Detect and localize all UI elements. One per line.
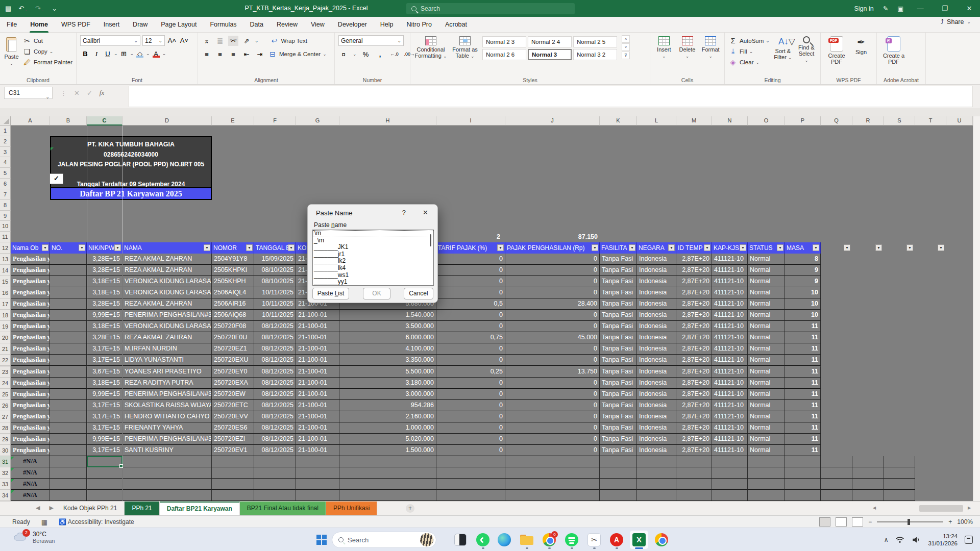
empty-cell-M31[interactable] xyxy=(676,456,712,467)
no-cell-r23[interactable] xyxy=(50,366,87,378)
na-cell-A31[interactable]: #N/A xyxy=(11,456,50,467)
nama-cell-r18[interactable]: PENERIMA PENGHASILAN#3 xyxy=(122,310,212,321)
tanggal-cell-r30[interactable]: 08/12/2025 xyxy=(254,445,296,456)
negara-cell-r27[interactable]: Indonesia xyxy=(637,411,676,422)
start-button[interactable] xyxy=(312,531,331,549)
name-list-item[interactable]: _______yy1 xyxy=(313,279,433,286)
masa-cell-r27[interactable]: 11 xyxy=(785,411,821,422)
id-tempat-cell-r15[interactable]: 2,87E+20 xyxy=(676,276,712,287)
filter-dropdown-icon[interactable]: ▼ xyxy=(740,244,746,251)
nomor-cell-r28[interactable]: 250720ES6 xyxy=(212,422,254,434)
kode-cell-r28[interactable]: 21-100-01 xyxy=(296,422,339,434)
tray-chevron-icon[interactable]: ∧ xyxy=(884,536,889,543)
negara-cell-r22[interactable]: Indonesia xyxy=(637,355,676,366)
name-list-item[interactable]: _______JK1 xyxy=(313,244,433,251)
kap-kjs-cell-r24[interactable]: 411121-10 xyxy=(712,378,748,389)
pajak-cell-r22[interactable]: 0 xyxy=(505,355,600,366)
row-header-1[interactable]: 1 xyxy=(0,126,11,136)
row-header-13[interactable]: 13 xyxy=(0,254,11,265)
empty-cell-B33[interactable] xyxy=(50,479,87,490)
ribbon-tab-help[interactable]: Help xyxy=(374,17,400,33)
tarif-cell-r20[interactable]: 0,75 xyxy=(436,332,505,343)
close-button[interactable]: ✕ xyxy=(962,5,977,12)
insert-cells-button[interactable]: Insert⌄ xyxy=(654,35,674,59)
kap-kjs-cell-r17[interactable]: 411121-10 xyxy=(712,298,748,310)
increase-indent-icon[interactable]: ⇥ xyxy=(255,49,265,59)
objek-cell-r13[interactable]: Penghasilan yang diter xyxy=(11,254,50,265)
zoom-in-icon[interactable]: + xyxy=(948,518,952,525)
listbox-scrollbar[interactable] xyxy=(430,234,431,246)
sheet-tab-bp21-final-atau-tidak-final[interactable]: BP21 Final Atau tidak final xyxy=(240,502,326,516)
masa-cell-r15[interactable]: 9 xyxy=(785,276,821,287)
nik-cell-r24[interactable]: 3,18E+15 xyxy=(87,378,122,389)
name-list-item[interactable]: _______lk4 xyxy=(313,265,433,272)
fasilitas-cell-r23[interactable]: Tanpa Fasi xyxy=(600,366,637,378)
number-format-combo[interactable]: General⌄ xyxy=(338,35,404,46)
pajak-cell-r24[interactable]: 0 xyxy=(505,378,600,389)
kap-kjs-cell-r15[interactable]: 411121-10 xyxy=(712,276,748,287)
empty-cell-S33[interactable] xyxy=(884,479,915,490)
fasilitas-cell-r19[interactable]: Tanpa Fasi xyxy=(600,321,637,332)
empty-cell-C33[interactable] xyxy=(87,479,122,490)
empty-cell-I33[interactable] xyxy=(436,479,505,490)
pajak-cell-r14[interactable]: 0 xyxy=(505,265,600,276)
status-cell-r30[interactable]: Normal xyxy=(748,445,785,456)
id-tempat-cell-r25[interactable]: 2,87E+20 xyxy=(676,389,712,400)
empty-cell-M33[interactable] xyxy=(676,479,712,490)
no-cell-r26[interactable] xyxy=(50,400,87,411)
row-header-21[interactable]: 21 xyxy=(0,343,11,355)
nomor-cell-r19[interactable]: 250720F08 xyxy=(212,321,254,332)
row-header-20[interactable]: 20 xyxy=(0,332,11,343)
nik-cell-r27[interactable]: 3,17E+15 xyxy=(87,411,122,422)
empty-cell-P33[interactable] xyxy=(785,479,821,490)
taskbar-app-nitro[interactable]: A xyxy=(607,531,626,549)
no-cell-r20[interactable] xyxy=(50,332,87,343)
comma-style-icon[interactable]: , xyxy=(375,49,385,59)
tarif-cell-r25[interactable]: 0 xyxy=(436,389,505,400)
summary-total-cell[interactable]: 87.150 xyxy=(505,232,598,242)
ribbon-tab-formulas[interactable]: Formulas xyxy=(203,17,243,33)
dialog-help-icon[interactable]: ? xyxy=(402,209,406,216)
id-tempat-cell-r30[interactable]: 2,87E+20 xyxy=(676,445,712,456)
column-header-M[interactable]: M xyxy=(676,116,712,126)
objek-cell-r19[interactable]: Penghasilan yang diter xyxy=(11,321,50,332)
tarif-cell-r29[interactable]: 0 xyxy=(436,434,505,445)
bruto-cell-r24[interactable]: 3.180.000 xyxy=(339,378,436,389)
copy-button[interactable]: ❏Copy ⌄ xyxy=(22,46,72,57)
empty-cell-O31[interactable] xyxy=(748,456,785,467)
objek-cell-r20[interactable]: Penghasilan yang diter xyxy=(11,332,50,343)
tab-scroll-right-icon[interactable]: ▶ xyxy=(49,505,53,511)
filter-dropdown-icon[interactable]: ▼ xyxy=(813,244,819,251)
bruto-cell-r28[interactable]: 1.000.000 xyxy=(339,422,436,434)
empty-cell-D32[interactable] xyxy=(122,467,212,479)
fasilitas-cell-r30[interactable]: Tanpa Fasi xyxy=(600,445,637,456)
filter-dropdown-icon[interactable]: ▼ xyxy=(704,244,710,251)
align-center-icon[interactable]: ≡ xyxy=(215,49,225,59)
empty-cell-O32[interactable] xyxy=(748,467,785,479)
taskbar-search-box[interactable]: Search xyxy=(332,532,436,548)
no-cell-r25[interactable] xyxy=(50,389,87,400)
ribbon-tab-view[interactable]: View xyxy=(304,17,331,33)
kap-kjs-cell-r16[interactable]: 411121-10 xyxy=(712,287,748,298)
taskbar-app-whatsapp[interactable] xyxy=(474,531,492,549)
restore-button[interactable]: ❐ xyxy=(937,5,952,12)
column-header-S[interactable]: S xyxy=(884,116,915,126)
new-sheet-button[interactable]: + xyxy=(406,504,414,513)
id-tempat-cell-r19[interactable]: 2,87E+20 xyxy=(676,321,712,332)
font-color-icon[interactable]: A xyxy=(151,48,161,59)
kode-cell-r19[interactable]: 21-100-01 xyxy=(296,321,339,332)
pen-mode-icon[interactable]: ✎ xyxy=(883,5,888,12)
formula-bar-options-icon[interactable]: ⋮ xyxy=(60,89,67,97)
nik-cell-r28[interactable]: 3,17E+15 xyxy=(87,422,122,434)
row-header-34[interactable]: 34 xyxy=(0,490,11,501)
row-header-16[interactable]: 16 xyxy=(0,287,11,298)
empty-cell-B31[interactable] xyxy=(50,456,87,467)
objek-cell-r14[interactable]: Penghasilan yang diter xyxy=(11,265,50,276)
status-cell-r16[interactable]: Normal xyxy=(748,287,785,298)
empty-cell-G34[interactable] xyxy=(296,490,339,501)
empty-cell-R34[interactable] xyxy=(852,490,884,501)
kode-cell-r27[interactable]: 21-100-01 xyxy=(296,411,339,422)
confirm-entry-icon[interactable]: ✓ xyxy=(87,89,92,97)
sheet-tab-kode-objek-pph-21[interactable]: Kode Objek PPh 21 xyxy=(56,502,125,516)
empty-cell-N32[interactable] xyxy=(712,467,748,479)
